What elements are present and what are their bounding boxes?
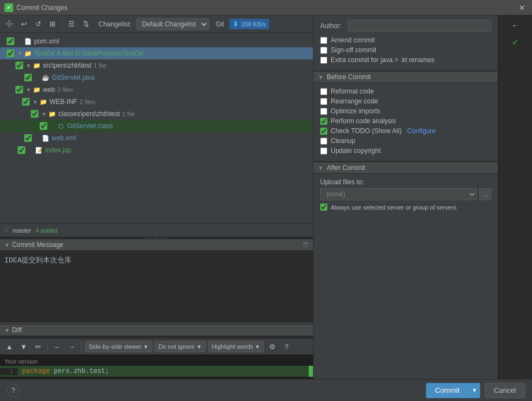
always-use-label[interactable]: Always use selected server or group of s…	[331, 204, 457, 211]
cm-options-icon[interactable]: ⏱	[303, 241, 309, 248]
checkbox-gitservlet-java[interactable]	[24, 74, 32, 81]
cleanup-checkbox[interactable]	[320, 138, 327, 145]
tree-item-index-jsp[interactable]: 📝 index.jsp	[0, 144, 313, 156]
reformat-label[interactable]: Reformat code	[331, 87, 374, 95]
pom-xml-label: pom.xml	[34, 37, 59, 45]
viewer-label: Side-by-side viewer	[89, 343, 141, 350]
jsp-icon: 📝	[35, 146, 43, 155]
extra-commit-label[interactable]: Extra commit for java > .kt renames	[331, 56, 435, 64]
file-and-msg: 📄 pom.xml ▼ 📁 TestGit 4 files D:\IdeaPro…	[0, 33, 313, 379]
commit-btn-group: Commit ▼	[426, 383, 480, 398]
diff-collapse-icon: ▼	[4, 327, 10, 333]
xml-icon-web: 📄	[41, 134, 50, 142]
after-commit-divider: ▼ After Commit	[314, 162, 498, 174]
checkbox-gitservlet-class[interactable]	[40, 122, 47, 130]
checkbox-web[interactable]	[15, 86, 23, 94]
configure-link[interactable]: Configure	[407, 127, 436, 135]
commit-dropdown-btn[interactable]: ▼	[469, 383, 480, 398]
check-todo-label[interactable]: Check TODO (Show All)	[331, 127, 402, 135]
author-row: Author:	[320, 20, 491, 32]
web-xml-label: web.xml	[52, 134, 76, 142]
tree-item-classes[interactable]: ▼ 📁 classes\pers\zhb\test 1 file	[0, 108, 313, 120]
checkbox-pom-xml[interactable]	[7, 37, 14, 45]
tree-item-src[interactable]: ▼ 📁 src\pers\zhb\test 1 file	[0, 59, 313, 72]
tree-item-gitservlet-class[interactable]: ⬡ GitServlet.class	[0, 120, 313, 132]
close-button[interactable]: ✕	[517, 2, 528, 13]
highlight-btn[interactable]: Highlight words ▼	[208, 341, 264, 352]
diff-prev[interactable]: ←	[51, 340, 63, 353]
viewer-dropdown-icon: ▼	[143, 344, 149, 350]
refresh-button[interactable]: ↺	[32, 18, 44, 30]
undo-button[interactable]: ↩	[18, 18, 30, 30]
upload-label: Upload files to:	[320, 178, 491, 186]
before-commit-divider: ▼ Before Commit	[314, 71, 498, 83]
commit-message-input[interactable]	[0, 251, 313, 322]
side-by-side-viewer-btn[interactable]: Side-by-side viewer ▼	[85, 341, 152, 352]
checkbox-index-jsp[interactable]	[18, 146, 25, 154]
diff-line-content: package pers.zhb.test;	[18, 367, 309, 375]
git-author-section: Author: Amend commit Sign-off commit Ext…	[314, 15, 498, 71]
amend-commit-label[interactable]: Amend commit	[331, 36, 375, 44]
toolbar: ➕ ↩ ↺ ⊞ ☰ ⇅ Changelist: Default Changeli…	[0, 15, 313, 33]
checkbox-web-xml[interactable]	[24, 134, 32, 142]
expand-all-button[interactable]: ⇅	[80, 18, 92, 30]
amend-commit-checkbox[interactable]	[320, 37, 327, 44]
diff-help[interactable]: ?	[281, 340, 293, 353]
file-tree: 📄 pom.xml ▼ 📁 TestGit 4 files D:\IdeaPro…	[0, 33, 313, 223]
cancel-button[interactable]: Cancel	[485, 383, 525, 398]
highlight-dropdown-icon: ▼	[255, 344, 260, 350]
diff-settings[interactable]: ⚙	[266, 340, 278, 353]
classes-label: classes\pers\zhb\test	[58, 110, 120, 118]
perform-analysis-checkbox[interactable]	[320, 118, 327, 125]
analysis-label[interactable]: Perform code analysis	[331, 117, 396, 125]
folder-icon-webinf: 📁	[39, 97, 48, 106]
sign-off-label[interactable]: Sign-off commit	[331, 46, 376, 54]
optimize-label[interactable]: Optimize imports	[331, 107, 380, 115]
ignore-btn[interactable]: Do not ignore ▼	[155, 341, 206, 352]
add-button[interactable]: ➕	[3, 18, 15, 30]
diff-scroll-down[interactable]: ▼	[18, 340, 30, 353]
diff-next[interactable]: →	[65, 340, 78, 353]
extra-commit-checkbox[interactable]	[320, 57, 327, 64]
window-icon: ✔	[4, 3, 13, 12]
group-button[interactable]: ⊞	[46, 18, 58, 30]
reformat-code-checkbox[interactable]	[320, 88, 327, 95]
update-copyright-label[interactable]: Update copyright	[331, 147, 381, 155]
commit-button[interactable]: Commit	[426, 383, 469, 398]
tree-item-webinf[interactable]: ▼ 📁 WEB-INF 2 files	[0, 96, 313, 108]
cm-collapse-icon: ▼	[4, 242, 10, 248]
far-right-back-btn[interactable]: ←	[508, 18, 523, 33]
cleanup-label[interactable]: Cleanup	[331, 137, 355, 145]
tree-item-web[interactable]: ▼ 📁 web 3 files	[0, 84, 313, 96]
rearrange-code-checkbox[interactable]	[320, 98, 327, 105]
testgit-label: TestGit 4 files D:\IdeaProjects\TestGit	[34, 50, 143, 57]
checkbox-testgit[interactable]	[7, 50, 14, 57]
upload-browse-btn[interactable]: …	[479, 188, 491, 200]
changelist-select[interactable]: Default Changelist	[136, 18, 209, 30]
far-right-check-btn[interactable]: ✓	[508, 34, 523, 50]
update-copyright-checkbox[interactable]	[320, 147, 327, 155]
upload-server-select[interactable]: (none)	[320, 188, 477, 200]
always-use-checkbox[interactable]	[320, 204, 327, 211]
collapse-all-button[interactable]: ☰	[65, 18, 78, 30]
checkbox-classes[interactable]	[31, 110, 39, 118]
check-todo-checkbox[interactable]	[320, 128, 327, 135]
sign-off-checkbox[interactable]	[320, 47, 327, 54]
author-label: Author:	[320, 22, 348, 30]
help-button[interactable]: ?	[7, 384, 20, 397]
optimize-imports-checkbox[interactable]	[320, 108, 327, 115]
xml-icon: 📄	[24, 37, 32, 46]
commit-message-header: ▼ Commit Message ⏱	[0, 239, 313, 251]
diff-scroll-up[interactable]: ▲	[3, 340, 15, 353]
author-input[interactable]	[348, 20, 491, 32]
rearrange-label[interactable]: Rearrange code	[331, 97, 378, 105]
tree-item-gitservlet-java[interactable]: ☕ GitServlet.java	[0, 72, 313, 84]
tree-item-pom-xml[interactable]: 📄 pom.xml	[0, 35, 313, 47]
diff-title: Diff	[12, 326, 22, 334]
diff-edit[interactable]: ✏	[32, 340, 44, 353]
tree-item-testgit[interactable]: ▼ 📁 TestGit 4 files D:\IdeaProjects\Test…	[0, 47, 313, 59]
tree-item-web-xml[interactable]: 📄 web.xml	[0, 132, 313, 144]
code-analysis-row: Perform code analysis	[320, 117, 491, 125]
checkbox-src[interactable]	[15, 62, 23, 69]
checkbox-webinf[interactable]	[22, 98, 30, 106]
